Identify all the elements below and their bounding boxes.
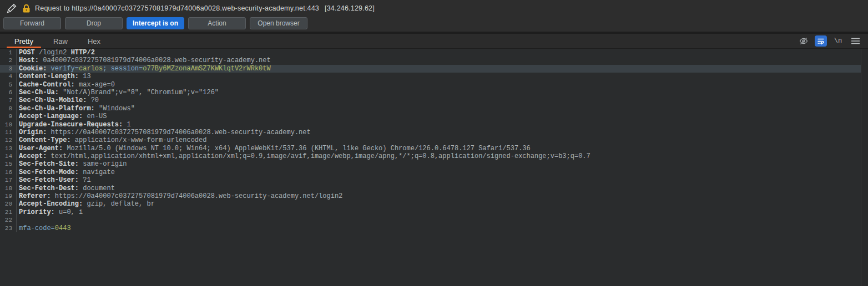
line-number: 16 [0,168,17,176]
line-number: 6 [0,89,17,96]
hide-comments-icon[interactable] [798,35,810,47]
request-line[interactable]: 23mfa-code=0443 [0,224,861,232]
line-number: 11 [0,129,17,136]
request-line-text: Upgrade-Insecure-Requests: 1 [17,121,131,129]
request-line-text: Content-Type: application/x-www-form-url… [17,136,206,144]
line-number: 14 [0,152,17,160]
request-line-text: Accept-Language: en-US [17,113,107,120]
request-line[interactable]: 19Referer: https://0a40007c0372757081979… [0,192,861,200]
request-line[interactable]: 12Content-Type: application/x-www-form-u… [0,136,861,144]
line-number: 4 [0,73,17,80]
forward-button[interactable]: Forward [3,17,61,29]
line-number: 2 [0,57,17,64]
line-number: 7 [0,96,17,104]
request-line-text: Sec-Fetch-Dest: document [17,185,115,192]
line-number: 23 [0,224,17,232]
lock-icon [22,4,31,13]
tab-raw[interactable]: Raw [43,34,78,48]
request-editor[interactable]: 1POST /login2 HTTP/22Host: 0a40007c03727… [0,49,868,286]
request-line[interactable]: 3Cookie: verify=carlos; session=o77By6MZ… [0,65,861,73]
view-tabs: Pretty Raw Hex [0,34,110,48]
request-line-text: Sec-Fetch-User: ?1 [17,176,91,184]
line-number: 21 [0,208,17,216]
newline-toggle[interactable]: \n [832,35,844,47]
request-line[interactable]: 16Sec-Fetch-Mode: navigate [0,168,861,176]
request-line[interactable]: 7Sec-Ch-Ua-Mobile: ?0 [0,96,861,104]
request-line[interactable]: 21Priority: u=0, i [0,208,861,216]
request-editor-lines: 1POST /login2 HTTP/22Host: 0a40007c03727… [0,49,861,286]
edit-pencil-icon [6,2,18,14]
request-line-text: Referer: https://0a40007c0372757081979d7… [17,192,342,200]
intercept-toggle-button[interactable]: Intercept is on [127,17,184,29]
request-line-text: Sec-Fetch-Site: same-origin [17,160,127,168]
line-number: 1 [0,49,17,57]
message-editor-tabbar: Pretty Raw Hex \n [0,34,868,49]
request-line[interactable]: 18Sec-Fetch-Dest: document [0,185,861,192]
intercept-toolbar: Forward Drop Intercept is on Action Open… [0,17,868,32]
line-number: 17 [0,176,17,184]
request-line-text: mfa-code=0443 [17,224,71,232]
line-number: 3 [0,65,17,73]
line-number: 22 [0,216,17,224]
request-line[interactable]: 14Accept: text/html,application/xhtml+xm… [0,152,861,160]
drop-button[interactable]: Drop [65,17,123,29]
request-line-text: Sec-Fetch-Mode: navigate [17,168,115,176]
request-line-text: Accept-Encoding: gzip, deflate, br [17,200,155,208]
request-line[interactable]: 4Content-Length: 13 [0,73,861,80]
request-line[interactable]: 6Sec-Ch-Ua: "Not/A)Brand";v="8", "Chromi… [0,89,861,96]
request-line-text: Sec-Ch-Ua-Platform: "Windows" [17,105,135,113]
open-browser-button[interactable]: Open browser [250,17,307,29]
menu-icon[interactable] [849,35,861,47]
request-line[interactable]: 10Upgrade-Insecure-Requests: 1 [0,121,861,129]
intercept-titlebar: Request to https://0a40007c0372757081979… [0,0,868,17]
request-line-text: POST /login2 HTTP/2 [17,49,95,57]
request-line-text: Cache-Control: max-age=0 [17,81,115,89]
soft-wrap-icon[interactable] [815,35,827,47]
line-number: 18 [0,185,17,192]
request-line-text: Content-Length: 13 [17,73,91,80]
request-line-text: Sec-Ch-Ua-Mobile: ?0 [17,96,99,104]
request-line-text: Host: 0a40007c0372757081979d74006a0028.w… [17,57,271,64]
request-title: Request to https://0a40007c0372757081979… [35,4,319,12]
request-line-text: Cookie: verify=carlos; session=o77By6MZz… [17,65,271,73]
line-number: 5 [0,81,17,89]
request-line-text: Origin: https://0a40007c0372757081979d74… [17,129,311,136]
line-number: 13 [0,145,17,152]
request-line[interactable]: 2Host: 0a40007c0372757081979d74006a0028.… [0,57,861,64]
request-line[interactable]: 22 [0,216,861,224]
request-line[interactable]: 11Origin: https://0a40007c0372757081979d… [0,129,861,136]
request-line[interactable]: 5Cache-Control: max-age=0 [0,81,861,89]
newline-label: \n [834,37,842,45]
action-button[interactable]: Action [188,17,246,29]
line-number: 15 [0,160,17,168]
line-number: 8 [0,105,17,113]
request-line-text: Priority: u=0, i [17,208,83,216]
request-line[interactable]: 17Sec-Fetch-User: ?1 [0,176,861,184]
request-line[interactable]: 1POST /login2 HTTP/2 [0,49,861,57]
editor-toolbar-icons: \n [798,34,861,48]
request-line[interactable]: 9Accept-Language: en-US [0,113,861,120]
request-line[interactable]: 20Accept-Encoding: gzip, deflate, br [0,200,861,208]
request-line-text: Accept: text/html,application/xhtml+xml,… [17,152,591,160]
line-number: 10 [0,121,17,129]
line-number: 19 [0,192,17,200]
line-number: 20 [0,200,17,208]
tab-hex[interactable]: Hex [78,34,110,48]
tab-pretty[interactable]: Pretty [4,34,43,48]
request-line[interactable]: 13User-Agent: Mozilla/5.0 (Windows NT 10… [0,145,861,152]
request-line-text: User-Agent: Mozilla/5.0 (Windows NT 10.0… [17,145,531,152]
request-line-text: Sec-Ch-Ua: "Not/A)Brand";v="8", "Chromiu… [17,89,219,96]
request-line[interactable]: 8Sec-Ch-Ua-Platform: "Windows" [0,105,861,113]
request-line-text [17,216,19,224]
request-line[interactable]: 15Sec-Fetch-Site: same-origin [0,160,861,168]
line-number: 12 [0,136,17,144]
line-number: 9 [0,113,17,120]
request-ip: [34.246.129.62] [325,4,375,12]
